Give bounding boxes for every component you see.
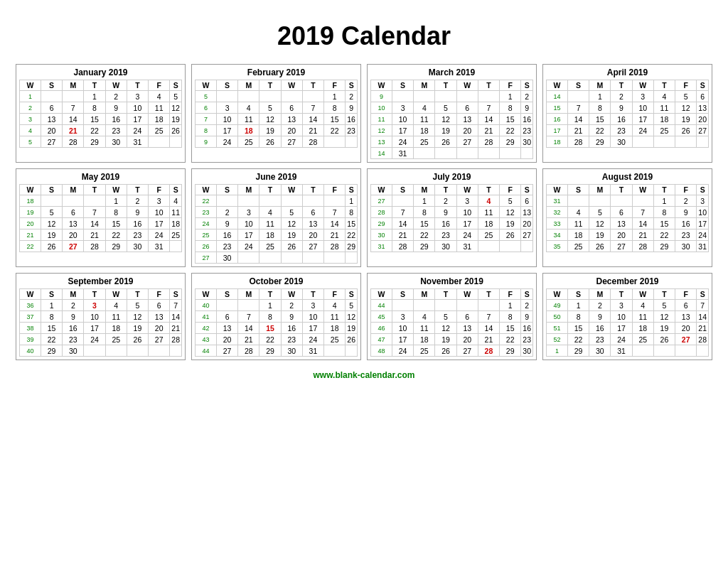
- calendar-day: 4: [567, 207, 589, 218]
- calendar-day: 7: [567, 102, 589, 114]
- calendar-day: [653, 136, 675, 148]
- day-header: W: [105, 289, 127, 300]
- calendar-day: 7: [392, 207, 413, 218]
- calendar-day: 29: [567, 345, 589, 357]
- calendar-day: 22: [324, 125, 346, 136]
- day-header: T: [84, 289, 105, 300]
- calendar-day: 29: [653, 241, 675, 252]
- calendar-day: 23: [63, 334, 84, 345]
- month-block: March 2019WSMTWTFS9121034567891110111213…: [367, 64, 537, 163]
- calendar-day: [84, 195, 105, 207]
- month-block: April 2019WSMTWTFS1412345615789101112131…: [542, 64, 712, 163]
- day-header: S: [346, 289, 358, 300]
- calendar-day: 5: [435, 102, 456, 114]
- calendar-day: 3: [238, 207, 259, 218]
- week-number: 28: [371, 207, 392, 218]
- calendar-day: [302, 195, 323, 207]
- calendar-day: 11: [238, 114, 259, 125]
- calendar-day: 7: [302, 102, 323, 114]
- calendar-day: 12: [127, 311, 148, 323]
- calendar-day: 10: [697, 207, 709, 218]
- calendar-day: [500, 241, 521, 252]
- day-header: T: [84, 80, 105, 91]
- calendar-day: 20: [456, 334, 478, 345]
- calendar-day: 24: [84, 334, 105, 345]
- calendar-day: 20: [302, 229, 323, 241]
- calendar-day: [346, 252, 358, 264]
- day-header: M: [589, 80, 611, 91]
- calendar-day: 30: [435, 241, 456, 252]
- calendar-day: 12: [675, 102, 697, 114]
- calendar-day: [259, 91, 281, 102]
- calendar-day: 13: [456, 323, 478, 334]
- calendar-day: 28: [392, 241, 413, 252]
- month-title: August 2019: [546, 172, 709, 182]
- calendar-day: 2: [127, 195, 148, 207]
- calendar-day: 21: [324, 229, 346, 241]
- calendar-day: 14: [170, 311, 182, 323]
- calendar-day: 30: [105, 136, 127, 148]
- day-header: T: [611, 185, 632, 195]
- calendar-day: 22: [346, 229, 358, 241]
- calendar-day: 24: [392, 136, 413, 148]
- calendar-day: 8: [105, 207, 127, 218]
- calendar-day: 5: [127, 300, 148, 311]
- calendar-day: [414, 148, 435, 159]
- day-header: M: [414, 289, 435, 300]
- day-header: M: [63, 80, 84, 91]
- calendar-day: 29: [589, 136, 611, 148]
- day-header: W: [281, 80, 302, 91]
- week-number: 40: [20, 345, 41, 357]
- day-header: F: [324, 80, 346, 91]
- calendar-day: 6: [456, 102, 478, 114]
- day-header: M: [589, 185, 611, 195]
- calendar-day: 21: [632, 229, 653, 241]
- calendar-day: 24: [697, 229, 709, 241]
- calendar-day: 23: [127, 229, 148, 241]
- calendar-day: 21: [567, 125, 589, 136]
- day-header: T: [435, 289, 456, 300]
- special-day: 28: [478, 345, 499, 357]
- week-number: 9: [196, 136, 217, 148]
- calendar-day: 25: [170, 229, 182, 241]
- calendar-day: 19: [41, 229, 62, 241]
- calendar-day: 26: [259, 136, 281, 148]
- calendar-day: 28: [324, 241, 346, 252]
- calendar-day: 27: [216, 345, 237, 357]
- day-header: F: [324, 185, 346, 195]
- calendar-day: 18: [414, 334, 435, 345]
- calendar-day: 18: [259, 229, 281, 241]
- calendar-day: 25: [149, 125, 170, 136]
- calendar-day: 7: [478, 102, 499, 114]
- calendar-day: 1: [105, 195, 127, 207]
- calendar-day: 27: [281, 136, 302, 148]
- calendar-day: 4: [632, 300, 653, 311]
- calendar-day: [521, 241, 533, 252]
- calendar-day: 30: [127, 241, 148, 252]
- month-block: May 2019WSMTWTFS181234195678910112012131…: [16, 168, 186, 267]
- calendar-day: 10: [238, 218, 259, 229]
- calendar-day: 20: [149, 323, 170, 334]
- week-number: 12: [371, 125, 392, 136]
- calendar-day: [216, 195, 237, 207]
- calendar-day: 2: [611, 91, 632, 102]
- calendar-day: 7: [238, 311, 259, 323]
- calendar-day: 30: [611, 136, 632, 148]
- calendar-day: 2: [105, 91, 127, 102]
- calendar-day: 27: [697, 125, 709, 136]
- week-number: 3: [20, 114, 41, 125]
- calendar-day: 9: [521, 102, 533, 114]
- calendar-day: 1: [41, 300, 62, 311]
- day-header: S: [567, 289, 589, 300]
- day-header: F: [500, 289, 521, 300]
- calendar-day: 14: [84, 218, 105, 229]
- day-header: S: [567, 80, 589, 91]
- month-block: December 2019WSMTWTFS4912345675089101112…: [542, 273, 712, 360]
- calendar-day: 11: [414, 323, 435, 334]
- calendar-day: 6: [302, 207, 323, 218]
- calendar-day: [170, 241, 182, 252]
- calendar-day: [63, 91, 84, 102]
- month-table: WSMTWTFS31123324567891033111213141516173…: [546, 184, 709, 252]
- calendar-day: 20: [697, 114, 709, 125]
- calendar-day: 16: [127, 218, 148, 229]
